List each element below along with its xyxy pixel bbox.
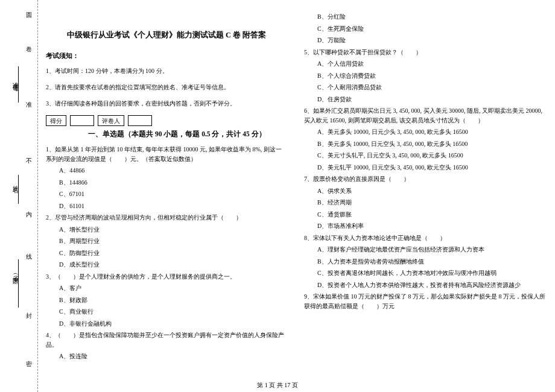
question-8-opt-a: A、理财客户经理确定地最优资产应当包括经济资源和人力资本	[317, 245, 545, 254]
section-1-title: 一、单选题（本题共 90 小题，每题 0.5 分，共计 45 分）	[88, 130, 287, 139]
question-7-opt-d: D、市场基准利率	[317, 221, 545, 231]
binding-mark-zhou: 圆	[24, 7, 33, 8]
binding-mark-feng: 封	[24, 308, 33, 309]
question-8-opt-c: C、投资者离退休地时间越长，人力资本地对冲效应与缓冲作用越弱	[317, 268, 545, 278]
question-5-opt-b: B、个人综合消费贷款	[317, 71, 545, 81]
question-1-opt-c: C、67101	[59, 189, 287, 199]
question-6-opt-c: C、美元寸头轧平, 日元空头 3, 450, 000, 欧元多头 16500	[317, 151, 545, 160]
instruction-3: 3、请仔细阅读各种题目的回答要求，在密封线内答题，否则不予评分。	[46, 99, 287, 108]
province-underline	[18, 259, 19, 308]
question-3-opt-a: A、客户	[59, 283, 287, 293]
binding-margin: 圆 卷 准考证号 准 不 姓名 内 线 省（市区） 封 密	[0, 0, 41, 392]
question-4-stem: 4、（ ）是指包含保险保障功能并至少在一个投资账户拥有一定资产价值的人身保险产品…	[46, 330, 287, 349]
question-1-opt-d: D、61101	[59, 201, 287, 211]
question-2-opt-a: A、增长型行业	[59, 225, 287, 235]
question-1-stem: 1、如果从第 1 年开始到第 10 年结束, 每年年末获得 10000 元, 如…	[46, 145, 287, 163]
name-underline	[18, 175, 19, 204]
binding-mark-bu: 不	[24, 153, 33, 154]
question-1-opt-a: A、44866	[59, 166, 287, 175]
question-5-opt-c: C、个人耐用消费品贷款	[317, 83, 545, 92]
question-4-opt-b: B、分红险	[317, 12, 545, 22]
grader-value-box[interactable]	[128, 115, 152, 126]
question-8-stem: 8、宋体以下有关人力资本地论述中正确地是（ ）	[304, 233, 545, 243]
right-column: B、分红险 C、生死两全保险 D、万能险 5、以下哪种贷款不属于担保贷款？（ ）…	[304, 8, 545, 364]
question-6-opt-a: A、美元多头 10000, 日元少头 3, 450, 000, 欧元多头 165…	[317, 127, 545, 137]
score-label-box: 得分	[46, 115, 66, 126]
score-row: 得分 评卷人	[46, 115, 287, 126]
binding-mark-nei: 内	[24, 206, 33, 207]
question-4-opt-d: D、万能险	[317, 36, 545, 45]
question-7-opt-c: C、通货膨胀	[317, 210, 545, 220]
notice-heading: 考试须知：	[46, 51, 287, 60]
binding-mark-zhun: 准	[24, 96, 33, 98]
admission-ticket-underline	[18, 66, 19, 103]
binding-mark-xian: 线	[24, 248, 33, 250]
question-5-opt-d: D、住房贷款	[317, 95, 545, 104]
question-3-opt-d: D、非银行金融机构	[59, 319, 287, 329]
binding-mark-mi: 密	[24, 356, 33, 357]
question-8-opt-b: B、人力资本是指劳动者劳动报酬地终值	[317, 257, 545, 267]
question-3-stem: 3、（ ）是个人理财业务的供给方，是个人理财服务的提供商之一。	[46, 272, 287, 282]
question-3-opt-c: C、商业银行	[59, 307, 287, 317]
instruction-1: 1、考试时间：120 分钟，本卷满分为 100 分。	[46, 66, 287, 75]
question-5-stem: 5、以下哪种贷款不属于担保贷款？（ ）	[304, 48, 545, 57]
score-value-box[interactable]	[70, 115, 94, 126]
question-2-opt-c: C、防御型行业	[59, 248, 287, 258]
question-6-opt-b: B、美元多头 10000, 日元空头 3, 450, 000, 欧元多头 165…	[317, 139, 545, 149]
question-2-stem: 2、尽管与经济周期的波动呈现相同方向，但相对稳定的行业属于（ ）	[46, 213, 287, 223]
exam-title: 中级银行从业考试《个人理财》能力测试试题 C 卷 附答案	[46, 30, 287, 40]
question-4-opt-a: A、投连险	[59, 352, 287, 361]
question-7-opt-a: A、供求关系	[317, 186, 545, 196]
instruction-2: 2、请首先按要求在试卷的指定位置填写您的姓名、准考证号等信息。	[46, 83, 287, 92]
left-column: 中级银行从业考试《个人理财》能力测试试题 C 卷 附答案 考试须知： 1、考试时…	[46, 8, 287, 364]
page-content: 中级银行从业考试《个人理财》能力测试试题 C 卷 附答案 考试须知： 1、考试时…	[46, 8, 547, 382]
question-5-opt-a: A、个人信用贷款	[317, 59, 545, 69]
question-7-opt-b: B、经济周期	[317, 198, 545, 207]
question-6-stem: 6、如果外汇交易员即期买出日元 3, 450, 000, 买入美元 30000,…	[304, 106, 545, 125]
question-3-opt-b: B、财政部	[59, 296, 287, 305]
question-1-opt-b: B、144866	[59, 178, 287, 188]
question-7-stem: 7、股票价格变动的直接原因是（ ）	[304, 174, 545, 184]
question-9-stem: 9、宋体如果价值 10 万元的财产投保了 8 万元，那么如果实际财产损失是 8 …	[304, 292, 545, 311]
question-4-opt-c: C、生死两全保险	[317, 24, 545, 34]
grader-label-box: 评卷人	[98, 115, 124, 126]
page-footer: 第 1 页 共 17 页	[0, 381, 555, 390]
question-6-opt-d: D、美元轧平 10000, 日元空头 3, 450, 000, 欧元空头 165…	[317, 163, 545, 172]
question-2-opt-b: B、周期型行业	[59, 236, 287, 246]
binding-mark-can: 卷	[24, 41, 33, 42]
sealing-dashed-line	[37, 0, 38, 392]
question-2-opt-d: D、成长型行业	[59, 260, 287, 270]
question-8-opt-d: D、投资者个人地人力资本供给弹性越大，投资者持有地高风险经济资源越少	[317, 280, 545, 290]
